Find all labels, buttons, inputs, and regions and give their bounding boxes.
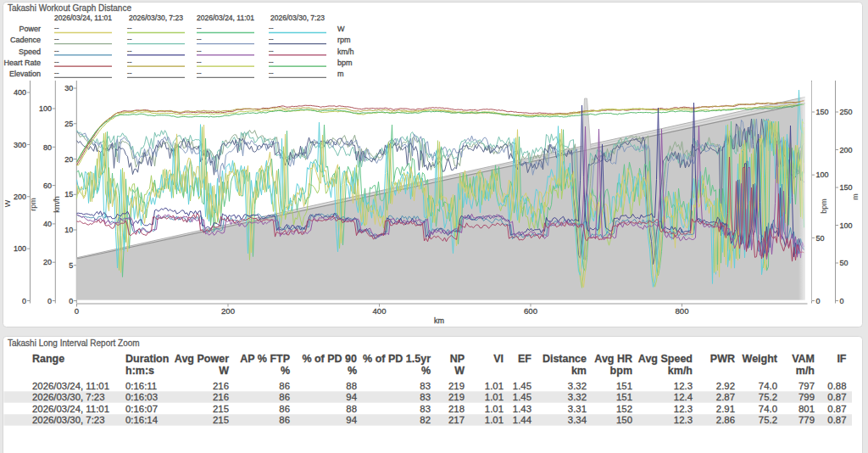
- svg-text:VAM: VAM: [792, 353, 815, 365]
- svg-text:217: 217: [448, 415, 465, 425]
- svg-text:%: %: [281, 365, 290, 377]
- svg-text:Speed: Speed: [19, 48, 41, 56]
- svg-text:80: 80: [43, 143, 52, 152]
- svg-text:12.3: 12.3: [674, 404, 693, 414]
- svg-text:1.01: 1.01: [485, 404, 504, 414]
- svg-text:Cadence: Cadence: [10, 36, 41, 44]
- svg-text:m: m: [851, 193, 860, 200]
- svg-text:2026/03/30, 7:23: 2026/03/30, 7:23: [270, 14, 325, 22]
- svg-text:74.0: 74.0: [759, 381, 777, 391]
- svg-text:100: 100: [39, 104, 52, 113]
- svg-text:150: 150: [840, 183, 853, 192]
- svg-text:EF: EF: [518, 353, 531, 365]
- svg-text:75.2: 75.2: [759, 392, 777, 402]
- svg-text:W: W: [337, 25, 345, 33]
- svg-text:Weight: Weight: [743, 353, 778, 365]
- svg-text:2026/03/24, 11:01: 2026/03/24, 11:01: [32, 404, 109, 414]
- svg-text:bpm: bpm: [820, 199, 828, 214]
- svg-text:20: 20: [64, 155, 73, 164]
- svg-text:797: 797: [798, 381, 815, 391]
- svg-text:88: 88: [346, 404, 357, 414]
- svg-text:3.32: 3.32: [568, 381, 587, 391]
- svg-text:152: 152: [616, 404, 632, 414]
- svg-text:bpm: bpm: [337, 59, 353, 67]
- svg-text:--: --: [127, 47, 132, 55]
- svg-text:VI: VI: [493, 353, 504, 365]
- svg-text:--: --: [197, 35, 202, 43]
- svg-text:74.0: 74.0: [759, 404, 777, 414]
- svg-text:%: %: [348, 365, 357, 377]
- svg-text:25: 25: [64, 120, 73, 128]
- svg-text:200: 200: [221, 306, 235, 316]
- svg-text:100: 100: [840, 221, 853, 230]
- svg-text:rpm: rpm: [29, 198, 37, 211]
- svg-text:801: 801: [798, 404, 815, 414]
- svg-text:2026/03/30, 7:23: 2026/03/30, 7:23: [129, 14, 183, 22]
- svg-text:AP % FTP: AP % FTP: [240, 353, 290, 365]
- svg-text:h:m:s: h:m:s: [125, 365, 154, 377]
- svg-text:3.31: 3.31: [568, 404, 587, 414]
- svg-text:Takashi Long Interval Report Z: Takashi Long Interval Report Zoom: [8, 338, 140, 348]
- svg-text:1.45: 1.45: [513, 392, 531, 402]
- svg-text:82: 82: [420, 415, 431, 425]
- svg-text:83: 83: [420, 381, 431, 391]
- svg-text:--: --: [54, 47, 59, 55]
- svg-text:--: --: [54, 35, 59, 43]
- svg-text:3.34: 3.34: [568, 415, 587, 425]
- svg-text:--: --: [127, 58, 132, 66]
- svg-text:--: --: [197, 58, 202, 66]
- svg-text:151: 151: [616, 381, 632, 391]
- svg-text:0:16:03: 0:16:03: [125, 392, 158, 402]
- svg-text:0: 0: [816, 297, 821, 305]
- svg-text:W: W: [454, 365, 465, 377]
- svg-text:3.32: 3.32: [568, 392, 587, 402]
- svg-text:1.44: 1.44: [513, 415, 531, 425]
- svg-text:86: 86: [279, 392, 290, 402]
- svg-text:km: km: [434, 316, 444, 325]
- svg-text:2.91: 2.91: [716, 404, 735, 414]
- svg-text:50: 50: [816, 234, 825, 243]
- svg-text:216: 216: [213, 381, 229, 391]
- svg-text:800: 800: [675, 306, 688, 316]
- svg-text:--: --: [54, 58, 59, 66]
- svg-text:Heart Rate: Heart Rate: [3, 59, 41, 67]
- svg-text:--: --: [127, 35, 132, 43]
- svg-text:0: 0: [840, 297, 844, 305]
- svg-text:300: 300: [14, 141, 26, 149]
- svg-text:W: W: [219, 365, 229, 377]
- svg-text:200: 200: [840, 146, 853, 154]
- svg-text:Power: Power: [19, 25, 41, 33]
- svg-text:1.43: 1.43: [513, 404, 531, 414]
- svg-text:75.2: 75.2: [759, 415, 777, 425]
- svg-text:0.87: 0.87: [827, 392, 846, 402]
- svg-text:86: 86: [279, 381, 290, 391]
- svg-text:799: 799: [798, 392, 815, 402]
- svg-text:Distance: Distance: [542, 353, 587, 365]
- svg-text:Elevation: Elevation: [9, 70, 41, 78]
- svg-text:--: --: [269, 35, 274, 43]
- svg-text:%: %: [421, 365, 431, 377]
- svg-text:10: 10: [64, 226, 73, 234]
- svg-text:779: 779: [798, 415, 815, 425]
- svg-text:PWR: PWR: [710, 353, 735, 365]
- svg-text:--: --: [269, 47, 274, 55]
- svg-text:NP: NP: [450, 353, 465, 365]
- svg-text:0.87: 0.87: [827, 415, 846, 425]
- svg-text:--: --: [269, 58, 274, 66]
- svg-text:150: 150: [816, 108, 829, 116]
- svg-text:400: 400: [372, 306, 386, 316]
- svg-text:216: 216: [213, 392, 229, 402]
- svg-text:0:16:07: 0:16:07: [125, 404, 158, 414]
- svg-text:12.4: 12.4: [674, 392, 693, 402]
- svg-text:250: 250: [840, 108, 853, 116]
- svg-text:0.87: 0.87: [827, 404, 846, 414]
- svg-text:12.3: 12.3: [674, 381, 693, 391]
- svg-text:m/h: m/h: [796, 365, 815, 377]
- svg-text:km/h: km/h: [337, 48, 354, 56]
- svg-text:2026/03/30, 7:23: 2026/03/30, 7:23: [32, 392, 105, 402]
- svg-text:15: 15: [64, 190, 73, 199]
- svg-text:83: 83: [420, 392, 431, 402]
- svg-text:219: 219: [448, 392, 465, 402]
- svg-text:200: 200: [14, 193, 26, 201]
- svg-text:60: 60: [43, 182, 52, 190]
